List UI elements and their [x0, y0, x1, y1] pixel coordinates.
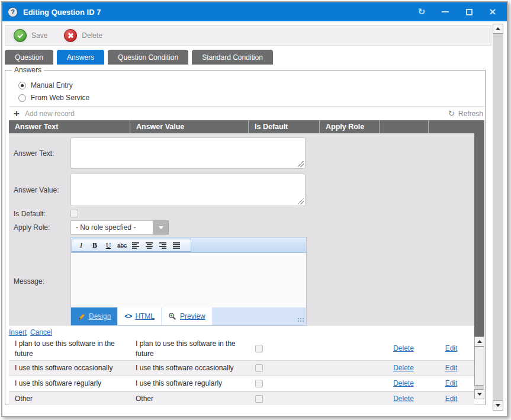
- window-title: Editing Question ID 7: [23, 8, 101, 17]
- tab-question[interactable]: Question: [5, 50, 53, 65]
- arrow-down-icon: [477, 393, 482, 396]
- row-checkbox[interactable]: [255, 380, 263, 387]
- cell-is-default: [248, 337, 319, 360]
- delete-link[interactable]: Delete: [393, 394, 414, 403]
- apply-role-value: - No role specfied -: [70, 220, 153, 235]
- cell-is-default: [248, 361, 319, 376]
- align-left-button[interactable]: [129, 240, 142, 251]
- answer-value-input[interactable]: [70, 174, 306, 206]
- delete-button[interactable]: Delete: [64, 29, 102, 42]
- align-right-button[interactable]: [156, 240, 169, 251]
- insert-link[interactable]: Insert: [9, 328, 27, 336]
- titlebar[interactable]: ? Editing Question ID 7 ↻: [2, 2, 507, 21]
- resize-handle-icon[interactable]: [298, 161, 304, 167]
- cell-answer-text: Other: [9, 392, 130, 405]
- scroll-down-button[interactable]: [493, 400, 503, 411]
- is-default-label: Is Default:: [14, 209, 46, 219]
- table-row[interactable]: I use this software regularly I use this…: [9, 376, 474, 392]
- column-header-answer-value[interactable]: Answer Value: [130, 120, 248, 133]
- delete-link[interactable]: Delete: [393, 344, 414, 353]
- justify-button[interactable]: [170, 240, 183, 251]
- scroll-thumb[interactable]: [474, 347, 484, 386]
- radio-manual-entry[interactable]: Manual Entry: [18, 81, 73, 90]
- cell-delete: Delete: [379, 392, 428, 405]
- tab-standard-condition[interactable]: Standard Condition: [192, 50, 273, 65]
- code-icon: <>: [124, 312, 131, 320]
- row-checkbox[interactable]: [255, 395, 263, 403]
- refresh-window-button[interactable]: ↻: [417, 7, 426, 17]
- cell-is-default: [248, 392, 319, 405]
- underline-button[interactable]: U: [102, 240, 115, 251]
- edit-link[interactable]: Edit: [445, 379, 458, 388]
- cell-apply-role: [319, 337, 379, 360]
- table-row[interactable]: Other Other Delete Edit: [9, 392, 474, 405]
- strikethrough-button[interactable]: abc: [115, 240, 128, 251]
- column-header-is-default[interactable]: Is Default: [248, 120, 319, 133]
- edit-link[interactable]: Edit: [445, 394, 458, 403]
- column-header-apply-role[interactable]: Apply Role: [319, 120, 379, 133]
- tab-question-condition[interactable]: Question Condition: [108, 50, 188, 65]
- table-row[interactable]: I plan to use this software in the futur…: [9, 337, 474, 361]
- minimize-icon: [442, 11, 449, 12]
- cell-answer-value: I use this software occasionally: [130, 361, 248, 376]
- edit-form: Answer Text: Answer Value: Is Default: A…: [9, 133, 474, 326]
- refresh-label: Refresh: [458, 110, 483, 118]
- table-scrollbar[interactable]: [474, 336, 484, 399]
- add-new-record-button[interactable]: + Add new record: [14, 108, 75, 118]
- resize-handle-icon[interactable]: [298, 198, 304, 204]
- edit-question-dialog: ? Editing Question ID 7 ↻: [1, 1, 508, 417]
- answers-groupbox: Answers Manual Entry From Web Service + …: [5, 70, 486, 405]
- editor-footer: Design <> HTML: [71, 307, 306, 325]
- cell-answer-value: I plan to use this software in the futur…: [130, 337, 248, 360]
- arrow-up-icon: [496, 27, 500, 30]
- column-header-answer-text[interactable]: Answer Text: [9, 120, 130, 133]
- save-button[interactable]: Save: [14, 29, 47, 42]
- save-check-icon: [14, 29, 27, 42]
- scroll-up-button[interactable]: [493, 24, 503, 34]
- panel-scrollbar[interactable]: [493, 24, 503, 411]
- is-default-checkbox[interactable]: [70, 210, 78, 217]
- answer-text-input[interactable]: [70, 137, 306, 169]
- refresh-grid-button[interactable]: ↻ Refresh: [448, 110, 485, 118]
- chevron-down-icon: [159, 226, 163, 229]
- row-checkbox[interactable]: [255, 364, 263, 372]
- align-center-icon: [145, 242, 153, 249]
- screen: ? Editing Question ID 7 ↻: [0, 0, 511, 420]
- bold-button[interactable]: B: [88, 240, 101, 251]
- align-center-button[interactable]: [143, 240, 156, 251]
- minimize-button[interactable]: [441, 7, 450, 17]
- tab-design[interactable]: Design: [71, 307, 117, 325]
- maximize-button[interactable]: [464, 7, 474, 17]
- radio-button-icon: [18, 82, 26, 89]
- tab-answers[interactable]: Answers: [57, 50, 104, 65]
- cancel-link[interactable]: Cancel: [30, 328, 52, 336]
- editor-content[interactable]: [71, 253, 306, 307]
- scroll-up-button[interactable]: [474, 336, 484, 347]
- cell-apply-role: [319, 376, 379, 391]
- table-row[interactable]: I use this software occasionally I use t…: [9, 361, 474, 376]
- edit-link[interactable]: Edit: [445, 363, 458, 373]
- close-icon: [489, 8, 496, 15]
- italic-button[interactable]: I: [75, 240, 88, 251]
- tab-html[interactable]: <> HTML: [118, 307, 161, 325]
- apply-role-select[interactable]: - No role specfied -: [70, 220, 169, 235]
- delete-link[interactable]: Delete: [393, 363, 414, 373]
- close-button[interactable]: [488, 7, 497, 17]
- resize-grip-icon[interactable]: [297, 318, 304, 323]
- window-controls: ↻: [417, 7, 507, 17]
- edit-link[interactable]: Edit: [445, 344, 458, 353]
- magnifier-icon: [168, 312, 176, 320]
- cell-delete: Delete: [379, 376, 428, 391]
- cell-answer-text: I use this software occasionally: [9, 361, 130, 376]
- delete-link[interactable]: Delete: [393, 379, 414, 388]
- apply-role-label: Apply Role:: [14, 220, 50, 235]
- grid-side-strip: [474, 133, 484, 336]
- tab-preview[interactable]: Preview: [162, 307, 212, 325]
- dropdown-button[interactable]: [153, 220, 169, 235]
- refresh-icon: ↻: [448, 110, 455, 117]
- cell-is-default: [248, 376, 319, 391]
- scroll-down-button[interactable]: [474, 389, 484, 399]
- radio-from-web-service[interactable]: From Web Service: [18, 93, 89, 102]
- answer-text-label: Answer Text:: [14, 137, 54, 169]
- row-checkbox[interactable]: [255, 345, 263, 352]
